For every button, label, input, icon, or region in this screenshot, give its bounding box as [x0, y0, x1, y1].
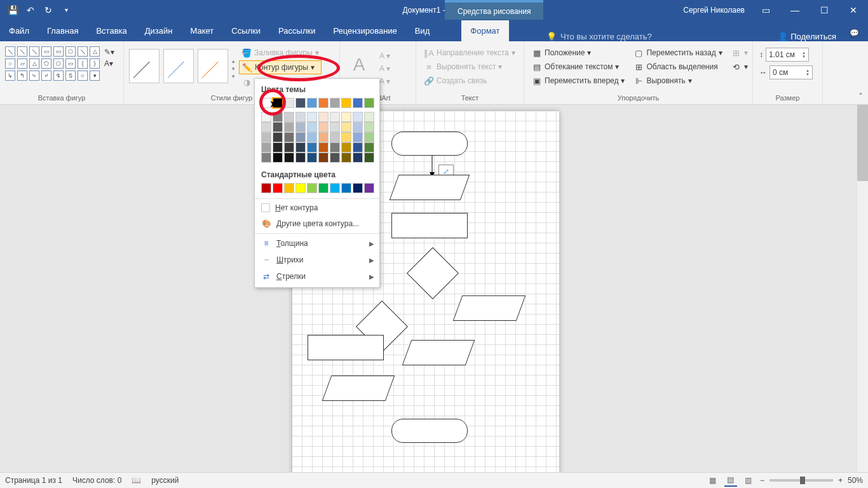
theme-shade-swatch[interactable] — [341, 112, 351, 122]
shape-outline-button[interactable]: ✏️Контур фигуры ▾ — [239, 60, 322, 74]
view-print-icon[interactable]: ▤ — [724, 474, 737, 487]
share-button[interactable]: 👤Поделиться — [773, 32, 841, 41]
align-text-button[interactable]: ≡Выровнять текст ▾ — [421, 60, 519, 73]
send-backward-button[interactable]: ▢Переместить назад ▾ — [631, 46, 724, 59]
shapes-gallery[interactable]: ＼＼＼▭▭⬡＼△ ○▱△⬠⬡▭{} ↳↰⤷⤶↯S☆▾ — [5, 44, 100, 81]
zoom-slider[interactable] — [770, 479, 833, 482]
standard-color-swatch[interactable] — [341, 183, 351, 193]
flowchart-terminator-end[interactable] — [391, 419, 468, 443]
zoom-in-icon[interactable]: + — [838, 476, 843, 485]
tab-insert[interactable]: Вставка — [87, 20, 135, 41]
theme-shade-swatch[interactable] — [307, 122, 317, 132]
theme-shade-swatch[interactable] — [273, 122, 283, 132]
collapse-ribbon-icon[interactable]: ˄ — [858, 92, 863, 102]
qat-customize-icon[interactable]: ▾ — [58, 3, 74, 18]
rotate-button[interactable]: ⟲▾ — [729, 60, 750, 73]
flowchart-data-2[interactable] — [453, 295, 526, 321]
more-colors-item[interactable]: 🎨Другие цвета контура... — [255, 215, 379, 232]
theme-shade-swatch[interactable] — [307, 142, 317, 152]
edit-shape-icon[interactable]: ✎▾ — [104, 48, 114, 57]
undo-icon[interactable]: ↶ — [23, 3, 38, 18]
tab-home[interactable]: Главная — [38, 20, 87, 41]
theme-shade-swatch[interactable] — [330, 122, 340, 132]
view-read-icon[interactable]: ▦ — [707, 474, 719, 487]
view-web-icon[interactable]: ▥ — [742, 474, 755, 487]
theme-shade-swatch[interactable] — [295, 112, 306, 122]
tab-format[interactable]: Формат — [461, 20, 508, 41]
theme-color-swatch[interactable] — [261, 98, 271, 108]
text-direction-button[interactable]: ‖AНаправление текста ▾ — [421, 46, 519, 59]
theme-shade-swatch[interactable] — [341, 122, 351, 132]
theme-shade-swatch[interactable] — [261, 132, 271, 142]
theme-shade-swatch[interactable] — [341, 152, 351, 163]
flowchart-data-4[interactable] — [322, 376, 395, 401]
status-page[interactable]: Страница 1 из 1 — [5, 476, 62, 485]
align-button[interactable]: ⊩Выровнять ▾ — [631, 74, 724, 87]
shape-styles-gallery[interactable]: ▴▾▾ — [129, 44, 235, 88]
theme-shade-swatch[interactable] — [273, 132, 283, 142]
theme-shade-swatch[interactable] — [364, 142, 374, 152]
standard-color-swatch[interactable] — [295, 183, 306, 193]
ribbon-display-options-icon[interactable]: ▭ — [751, 0, 780, 20]
flowchart-data-3[interactable] — [402, 340, 475, 365]
theme-shade-swatch[interactable] — [295, 122, 306, 132]
vertical-scrollbar[interactable] — [857, 105, 868, 472]
theme-color-swatch[interactable] — [353, 98, 363, 108]
standard-color-swatch[interactable] — [284, 183, 294, 193]
theme-shade-swatch[interactable] — [307, 132, 317, 142]
standard-color-swatch[interactable] — [273, 183, 283, 193]
text-box-icon[interactable]: A▾ — [104, 59, 114, 68]
save-icon[interactable]: 💾 — [5, 3, 20, 18]
height-input[interactable]: 1.01 см▲▼ — [766, 48, 809, 62]
theme-shade-swatch[interactable] — [364, 122, 374, 132]
theme-shade-swatch[interactable] — [330, 152, 340, 163]
standard-color-swatch[interactable] — [307, 183, 317, 193]
tab-mailings[interactable]: Рассылки — [269, 20, 324, 41]
theme-shade-swatch[interactable] — [284, 152, 294, 163]
standard-color-swatch[interactable] — [261, 183, 271, 193]
arrows-item[interactable]: ⇄Стрелки▶ — [255, 268, 379, 285]
shape-fill-button[interactable]: 🪣Заливка фигуры ▾ — [239, 46, 322, 59]
theme-shade-swatch[interactable] — [364, 152, 374, 163]
zoom-level[interactable]: 50% — [848, 476, 863, 485]
theme-shade-swatch[interactable] — [353, 112, 363, 122]
theme-shade-swatch[interactable] — [261, 142, 271, 152]
close-icon[interactable]: ✕ — [839, 0, 868, 20]
flowchart-terminator[interactable] — [391, 132, 468, 156]
theme-shade-swatch[interactable] — [273, 152, 283, 163]
tab-file[interactable]: Файл — [0, 20, 38, 41]
theme-shade-swatch[interactable] — [307, 112, 317, 122]
zoom-out-icon[interactable]: − — [760, 476, 764, 485]
minimize-icon[interactable]: — — [780, 0, 810, 20]
theme-shade-swatch[interactable] — [318, 122, 329, 132]
theme-shade-swatch[interactable] — [273, 142, 283, 152]
theme-shade-swatch[interactable] — [261, 152, 271, 163]
dashes-item[interactable]: ┄Штрихи▶ — [255, 252, 379, 268]
theme-shade-swatch[interactable] — [261, 112, 271, 122]
position-button[interactable]: ▦Положение ▾ — [529, 46, 627, 59]
weight-item[interactable]: ≡Толщина▶ — [255, 235, 379, 252]
connector-arrow[interactable] — [428, 156, 436, 177]
theme-shade-swatch[interactable] — [353, 152, 363, 163]
tell-me-search[interactable]: 💡Что вы хотите сделать? — [540, 32, 658, 41]
theme-shade-swatch[interactable] — [284, 122, 294, 132]
flowchart-process-1[interactable] — [391, 213, 468, 238]
theme-color-swatch[interactable] — [307, 98, 317, 108]
tab-view[interactable]: Вид — [406, 20, 439, 41]
tab-references[interactable]: Ссылки — [222, 20, 269, 41]
comments-button[interactable]: 💬 — [846, 25, 863, 41]
status-words[interactable]: Число слов: 0 — [72, 476, 121, 485]
redo-icon[interactable]: ↻ — [41, 3, 56, 18]
status-language[interactable]: русский — [151, 476, 179, 485]
tab-layout[interactable]: Макет — [181, 20, 222, 41]
theme-shade-swatch[interactable] — [295, 152, 306, 163]
theme-shade-swatch[interactable] — [341, 132, 351, 142]
maximize-icon[interactable]: ☐ — [810, 0, 839, 20]
theme-shade-swatch[interactable] — [261, 122, 271, 132]
tab-design[interactable]: Дизайн — [136, 20, 182, 41]
theme-shade-swatch[interactable] — [330, 142, 340, 152]
theme-shade-swatch[interactable] — [341, 142, 351, 152]
theme-color-swatch[interactable] — [330, 98, 340, 108]
theme-color-swatch[interactable] — [341, 98, 351, 108]
standard-color-swatch[interactable] — [353, 183, 363, 193]
